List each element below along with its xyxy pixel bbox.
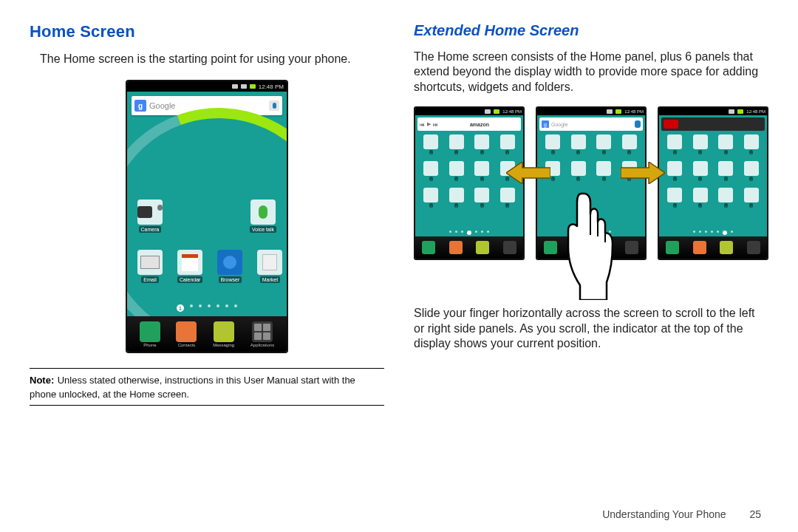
mini-search-placeholder: Google (551, 122, 632, 127)
mini-page-indicator (659, 231, 767, 235)
contacts-icon (176, 321, 197, 342)
browser-label: Browser (219, 276, 242, 283)
camera-icon (137, 200, 163, 225)
dock-contacts[interactable] (449, 241, 463, 254)
mini-search-widget[interactable]: g Google (539, 117, 643, 131)
wifi-icon (485, 109, 491, 114)
list-item[interactable]: . (497, 134, 519, 157)
list-item[interactable]: . (471, 188, 494, 210)
camera-shortcut[interactable]: Camera (137, 200, 163, 233)
status-time: 12:48 PM (259, 83, 284, 90)
prev-icon[interactable]: ⏮ (420, 122, 425, 127)
list-item[interactable]: . (497, 188, 519, 210)
play-icon[interactable]: ▶ (427, 121, 431, 127)
heading-extended: Extended Home Screen (414, 22, 768, 39)
list-item[interactable]: . (567, 161, 590, 183)
dock-messaging[interactable] (476, 241, 489, 254)
camera-label: Camera (139, 226, 162, 233)
left-column: Home Screen The Home screen is the start… (30, 22, 384, 517)
dock-phone[interactable]: Phone (140, 321, 160, 347)
email-shortcut[interactable]: Email (137, 250, 163, 283)
list-item[interactable]: . (420, 161, 443, 183)
extended-para-2: Slide your finger horizontally across th… (414, 306, 768, 351)
list-item[interactable]: . (446, 134, 468, 157)
dock-applications[interactable] (625, 241, 638, 254)
dock-messaging[interactable]: Messaging (213, 321, 234, 347)
list-item[interactable]: . (542, 134, 565, 157)
dock-messaging[interactable] (720, 241, 733, 254)
manual-page: Home Screen The Home screen is the start… (0, 0, 798, 532)
dock-phone-label: Phone (143, 343, 156, 347)
indicator-dot (190, 304, 193, 307)
status-bar: 12:48 PM (127, 81, 287, 92)
voicetalk-shortcut[interactable]: Voice talk (250, 200, 276, 233)
indicator-dot (234, 304, 237, 307)
right-column: Extended Home Screen The Home screen con… (414, 22, 768, 517)
mini-page-indicator (415, 231, 523, 235)
dock-contacts[interactable] (693, 241, 706, 254)
list-item[interactable]: . (740, 188, 763, 210)
next-icon[interactable]: ⏭ (433, 122, 438, 127)
list-item[interactable]: . (471, 161, 494, 183)
battery-icon (737, 109, 743, 114)
note-box: Note: Unless stated otherwise, instructi… (30, 368, 384, 406)
calendar-shortcut[interactable]: Calendar (177, 250, 202, 283)
dock-applications[interactable]: Applications (250, 321, 274, 347)
list-item[interactable]: . (664, 134, 686, 157)
list-item[interactable]: . (593, 134, 615, 157)
list-item[interactable]: . (664, 188, 686, 210)
mini-app-grid: . . . . . . . . . . . . (659, 134, 767, 210)
list-item[interactable]: . (715, 134, 737, 157)
list-item[interactable]: . (715, 161, 737, 183)
dock-applications[interactable] (503, 241, 516, 254)
market-label: Market (260, 276, 280, 283)
mini-status-bar: 12:48 PM (659, 108, 767, 115)
indicator-active: 1 (177, 304, 184, 312)
battery-icon (615, 109, 621, 114)
list-item[interactable]: . (471, 134, 494, 157)
page-indicator: 1 (127, 304, 287, 312)
note-label: Note: (30, 375, 54, 386)
list-item[interactable]: . (689, 188, 712, 210)
swipe-hand-icon (558, 189, 617, 300)
list-item[interactable]: . (593, 161, 615, 183)
voice-search-icon[interactable] (635, 120, 641, 128)
browser-shortcut[interactable]: Browser (217, 250, 242, 283)
dock-phone[interactable] (422, 241, 435, 254)
list-item[interactable]: . (567, 134, 590, 157)
list-item[interactable]: . (715, 188, 737, 210)
swipe-right-arrow-icon (621, 162, 665, 184)
indicator-dot (216, 304, 219, 307)
list-item[interactable]: . (689, 134, 712, 157)
google-g-icon: g (134, 100, 146, 112)
dock-phone[interactable] (544, 241, 557, 254)
youtube-widget[interactable] (661, 117, 765, 131)
list-item[interactable]: . (446, 188, 468, 210)
mini-status-bar: 12:48 PM (537, 108, 645, 115)
dock-contacts[interactable]: Contacts (176, 321, 197, 347)
wifi-icon (607, 109, 613, 114)
dock-phone[interactable] (666, 241, 679, 254)
list-item[interactable]: . (618, 134, 641, 157)
email-label: Email (141, 276, 159, 283)
wifi-icon (729, 109, 734, 114)
extended-para-1: The Home screen consists of the Home pan… (414, 50, 768, 95)
list-item[interactable]: . (740, 161, 763, 183)
list-item[interactable]: . (420, 134, 443, 157)
market-shortcut[interactable]: Market (257, 250, 282, 283)
voice-search-icon[interactable] (269, 100, 279, 111)
mini-dock (659, 236, 767, 259)
list-item[interactable]: . (420, 188, 443, 210)
indicator-dot (199, 304, 202, 307)
list-item[interactable]: . (446, 161, 468, 183)
music-widget[interactable]: ⏮ ▶ ⏭ amazon (417, 117, 521, 131)
home-screenshot: 12:48 PM g Google Camera (30, 80, 384, 353)
messaging-icon (214, 321, 234, 342)
mini-dock (415, 236, 523, 259)
list-item[interactable]: . (689, 161, 712, 183)
indicator-dot (208, 304, 211, 307)
list-item[interactable]: . (740, 134, 763, 157)
list-item[interactable]: . (664, 161, 686, 183)
dock-applications[interactable] (747, 241, 760, 254)
mini-time: 12:48 PM (502, 109, 522, 114)
